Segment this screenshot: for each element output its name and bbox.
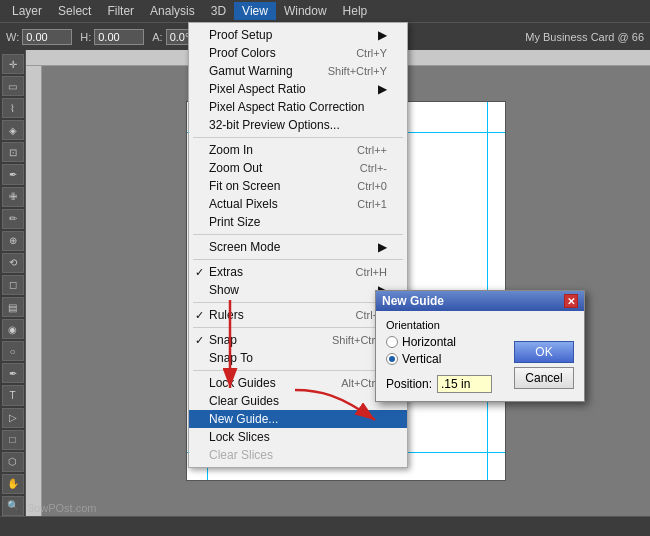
menu-zoom-out[interactable]: Zoom Out Ctrl+-: [189, 159, 407, 177]
menu-gamut-warning[interactable]: Gamut Warning Shift+Ctrl+Y: [189, 62, 407, 80]
menu-window[interactable]: Window: [276, 2, 335, 20]
menu-print-size[interactable]: Print Size: [189, 213, 407, 231]
tool-brush[interactable]: ✏: [2, 209, 24, 229]
menu-clear-slices: Clear Slices: [189, 446, 407, 464]
tool-text[interactable]: T: [2, 385, 24, 405]
tool-wand[interactable]: ◈: [2, 120, 24, 140]
menu-pixel-aspect-correction[interactable]: Pixel Aspect Ratio Correction: [189, 98, 407, 116]
height-input[interactable]: [94, 29, 144, 45]
tool-crop[interactable]: ⊡: [2, 142, 24, 162]
tool-3d[interactable]: ⬡: [2, 452, 24, 472]
new-guide-dialog: New Guide ✕ Orientation Horizontal Verti…: [375, 290, 585, 402]
separator-6: [193, 370, 403, 371]
dialog-body: Orientation Horizontal Vertical OK Cance…: [376, 311, 584, 401]
menu-help[interactable]: Help: [335, 2, 376, 20]
tool-select[interactable]: ▭: [2, 76, 24, 96]
arrow-icon: ▶: [378, 28, 387, 42]
arrow-icon: ▶: [378, 82, 387, 96]
tool-history[interactable]: ⟲: [2, 253, 24, 273]
dialog-close-button[interactable]: ✕: [564, 294, 578, 308]
angle-label: A:: [152, 31, 162, 43]
vertical-radio[interactable]: Vertical: [386, 352, 456, 366]
dialog-titlebar: New Guide ✕: [376, 291, 584, 311]
tool-eyedrop[interactable]: ✒: [2, 164, 24, 184]
dialog-buttons: OK Cancel: [514, 341, 574, 389]
menu-zoom-in[interactable]: Zoom In Ctrl++: [189, 141, 407, 159]
height-label: H:: [80, 31, 91, 43]
arrow-icon: ▶: [378, 240, 387, 254]
tool-pen[interactable]: ✒: [2, 363, 24, 383]
horizontal-radio-circle: [386, 336, 398, 348]
menu-extras[interactable]: ✓ Extras Ctrl+H: [189, 263, 407, 281]
position-input[interactable]: [437, 375, 492, 393]
ok-button[interactable]: OK: [514, 341, 574, 363]
separator-5: [193, 327, 403, 328]
ruler-vertical: [26, 66, 42, 516]
separator-2: [193, 234, 403, 235]
tool-eraser[interactable]: ◻: [2, 275, 24, 295]
dialog-title: New Guide: [382, 294, 444, 308]
horizontal-radio[interactable]: Horizontal: [386, 335, 456, 349]
separator-1: [193, 137, 403, 138]
tool-zoom[interactable]: 🔍: [2, 496, 24, 516]
tool-path[interactable]: ▷: [2, 408, 24, 428]
menu-select[interactable]: Select: [50, 2, 99, 20]
vertical-label: Vertical: [402, 352, 441, 366]
doc-title: My Business Card @ 66: [525, 31, 644, 43]
menu-32bit-preview[interactable]: 32-bit Preview Options...: [189, 116, 407, 134]
horizontal-label: Horizontal: [402, 335, 456, 349]
toolbox: ✛ ▭ ⌇ ◈ ⊡ ✒ ✙ ✏ ⊕ ⟲ ◻ ▤ ◉ ○ ✒ T ▷ □ ⬡ ✋ …: [0, 50, 26, 516]
check-icon: ✓: [195, 266, 204, 279]
vertical-radio-circle: [386, 353, 398, 365]
tool-move[interactable]: ✛: [2, 54, 24, 74]
menu-layer[interactable]: Layer: [4, 2, 50, 20]
menu-screen-mode[interactable]: Screen Mode ▶: [189, 238, 407, 256]
orientation-label: Orientation: [386, 319, 456, 331]
separator-3: [193, 259, 403, 260]
menu-filter[interactable]: Filter: [99, 2, 142, 20]
cancel-button[interactable]: Cancel: [514, 367, 574, 389]
width-input[interactable]: [22, 29, 72, 45]
tool-shape[interactable]: □: [2, 430, 24, 450]
menu-lock-slices[interactable]: Lock Slices: [189, 428, 407, 446]
menu-analysis[interactable]: Analysis: [142, 2, 203, 20]
tool-gradient[interactable]: ▤: [2, 297, 24, 317]
statusbar: [0, 516, 650, 536]
menu-proof-setup[interactable]: Proof Setup ▶: [189, 26, 407, 44]
separator-4: [193, 302, 403, 303]
tool-dodge[interactable]: ○: [2, 341, 24, 361]
watermark: 3owPOst.com: [28, 502, 96, 514]
menu-actual-pixels[interactable]: Actual Pixels Ctrl+1: [189, 195, 407, 213]
menu-pixel-aspect-ratio[interactable]: Pixel Aspect Ratio ▶: [189, 80, 407, 98]
width-label: W:: [6, 31, 19, 43]
height-field: H:: [80, 29, 144, 45]
tool-clone[interactable]: ⊕: [2, 231, 24, 251]
tool-blur[interactable]: ◉: [2, 319, 24, 339]
menu-proof-colors[interactable]: Proof Colors Ctrl+Y: [189, 44, 407, 62]
tool-heal[interactable]: ✙: [2, 187, 24, 207]
check-icon: ✓: [195, 309, 204, 322]
menu-view[interactable]: View: [234, 2, 276, 20]
tool-lasso[interactable]: ⌇: [2, 98, 24, 118]
position-label: Position:: [386, 377, 432, 391]
width-field: W:: [6, 29, 72, 45]
menu-3d[interactable]: 3D: [203, 2, 234, 20]
menu-fit-screen[interactable]: Fit on Screen Ctrl+0: [189, 177, 407, 195]
menubar: Layer Select Filter Analysis 3D View Win…: [0, 0, 650, 22]
check-icon: ✓: [195, 334, 204, 347]
tool-hand[interactable]: ✋: [2, 474, 24, 494]
menu-new-guide[interactable]: New Guide...: [189, 410, 407, 428]
